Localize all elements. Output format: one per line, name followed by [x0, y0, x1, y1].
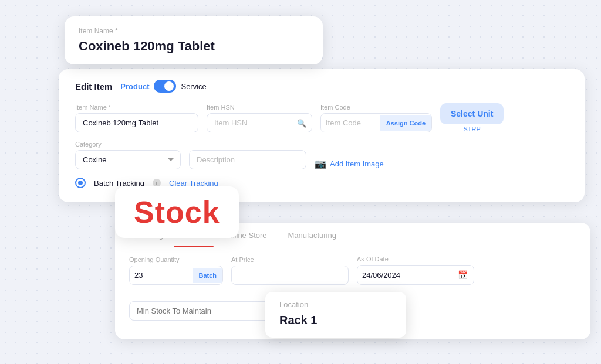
- calendar-icon: 📅: [452, 266, 474, 284]
- item-code-wrap: Assign Code: [320, 113, 432, 132]
- item-code-label: Item Code: [320, 104, 432, 111]
- add-image-button[interactable]: 📷 Add Item Image: [315, 158, 384, 169]
- category-label: Category: [75, 141, 181, 148]
- item-name-field: Item Name *: [75, 104, 198, 132]
- select-unit-button[interactable]: Select Unit: [440, 103, 504, 124]
- at-price-label: At Price: [231, 256, 349, 263]
- min-stock-field: [129, 301, 270, 321]
- item-name-label: Item Name *: [75, 104, 198, 111]
- item-code-input[interactable]: [321, 114, 380, 132]
- toggle-group: Product Service: [120, 80, 206, 93]
- category-field: Category Coxine: [75, 141, 181, 169]
- tab-manufacturing[interactable]: Manufacturing: [278, 223, 347, 246]
- search-icon: 🔍: [297, 118, 306, 127]
- description-input[interactable]: [189, 150, 306, 169]
- batch-tracking-radio[interactable]: [75, 178, 86, 188]
- location-card-title: Location: [279, 300, 392, 309]
- item-name-input[interactable]: [75, 113, 198, 132]
- edit-item-header: Edit Item Product Service: [75, 80, 568, 93]
- opening-qty-field: Opening Quantity Batch: [129, 256, 223, 285]
- form-row-1: Item Name * Item HSN 🔍 Item Code Assign …: [75, 103, 568, 132]
- batch-badge: Batch: [193, 268, 222, 283]
- stock-label-text: Stock: [134, 195, 220, 229]
- as-of-date-label: As Of Date: [357, 256, 474, 263]
- opening-qty-wrap: Batch: [129, 266, 223, 285]
- opening-qty-label: Opening Quantity: [129, 256, 223, 263]
- item-name-card-label: Item Name *: [79, 27, 309, 35]
- hsn-input-wrap: 🔍: [207, 113, 312, 132]
- camera-icon: 📷: [315, 158, 326, 169]
- at-price-input[interactable]: [231, 266, 349, 285]
- info-icon: i: [153, 179, 161, 187]
- stock-label-card: Stock: [115, 186, 239, 238]
- service-label: Service: [181, 82, 206, 91]
- as-of-date-field: As Of Date 📅: [357, 256, 474, 285]
- at-price-field: At Price: [231, 256, 349, 285]
- edit-item-panel: Edit Item Product Service Item Name * It…: [59, 69, 585, 202]
- item-code-field: Item Code Assign Code: [320, 104, 432, 132]
- assign-code-button[interactable]: Assign Code: [380, 115, 431, 131]
- location-card-value: Rack 1: [279, 314, 392, 327]
- product-service-toggle[interactable]: [154, 80, 176, 93]
- item-hsn-field: Item HSN 🔍: [207, 104, 312, 132]
- item-name-card: Item Name * Coxineb 120mg Tablet: [65, 16, 323, 64]
- form-row-2: Category Coxine 📷 Add Item Image: [75, 141, 568, 169]
- opening-qty-input[interactable]: [130, 266, 193, 284]
- as-of-date-wrap: 📅: [357, 265, 474, 285]
- location-dropdown-card: Location Rack 1: [265, 292, 406, 338]
- product-label: Product: [120, 82, 149, 91]
- strp-label: STRP: [464, 125, 481, 132]
- as-of-date-input[interactable]: [357, 266, 452, 284]
- item-name-card-value: Coxineb 120mg Tablet: [79, 39, 309, 54]
- category-select[interactable]: Coxine: [75, 150, 181, 169]
- add-image-label: Add Item Image: [330, 159, 384, 168]
- description-field: [189, 141, 306, 169]
- select-unit-wrap: Select Unit STRP: [440, 103, 504, 132]
- stock-row-1: Opening Quantity Batch At Price As Of Da…: [129, 256, 576, 285]
- item-hsn-input[interactable]: [207, 113, 312, 132]
- min-stock-input[interactable]: [129, 301, 270, 321]
- edit-item-title: Edit Item: [75, 81, 112, 91]
- item-hsn-label: Item HSN: [207, 104, 312, 111]
